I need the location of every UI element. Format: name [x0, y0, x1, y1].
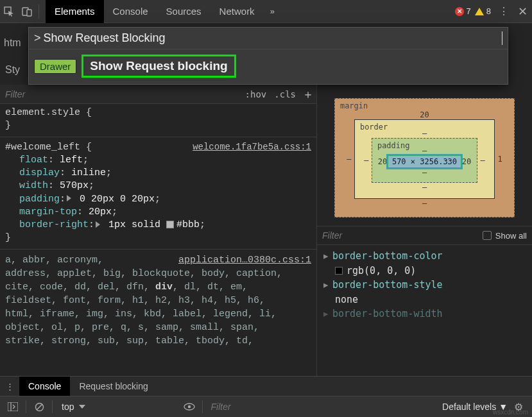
separator	[26, 400, 26, 413]
expand-icon[interactable]: ▸	[323, 307, 329, 321]
styles-filter-input[interactable]	[0, 89, 241, 99]
prop-name: float	[19, 155, 48, 166]
prop-display[interactable]: display: inline;	[5, 167, 311, 180]
tab-elements[interactable]: Elements	[46, 0, 104, 23]
command-result-row[interactable]: Drawer Show Request blocking	[29, 49, 508, 84]
user-agent-rule[interactable]: application…0380c.css:1 a, abbr, acronym…	[5, 253, 311, 348]
warning-count: 8	[486, 6, 491, 16]
ua-source-link[interactable]: application…0380c.css:1	[178, 253, 311, 267]
computed-row[interactable]: ▸ border-bottom-width	[323, 307, 526, 321]
box-content-size[interactable]: 570 × 3256.330	[388, 155, 461, 168]
new-style-rule-icon[interactable]: ＋	[300, 87, 316, 102]
border-right-val[interactable]: –	[477, 156, 488, 165]
box-model-diagram[interactable]: margin 20 – border – – padding –	[317, 85, 532, 226]
drawer-menu-icon[interactable]: ⋮	[0, 382, 19, 391]
styles-filter-bar: :hov .cls ＋	[0, 85, 316, 104]
padding-right-val[interactable]: 20	[461, 157, 472, 166]
prop-name: margin-top	[19, 207, 77, 217]
hov-toggle[interactable]: :hov	[241, 88, 271, 101]
main-split: :hov .cls ＋ element.style { } welcome.1f…	[0, 85, 532, 376]
warning-count-badge[interactable]: 8	[475, 6, 491, 16]
drawer-tab-console[interactable]: Console	[19, 377, 70, 396]
margin-bottom-val[interactable]: –	[344, 199, 505, 208]
live-expression-icon[interactable]	[180, 398, 198, 415]
margin-left-val[interactable]: –	[344, 155, 354, 164]
separator	[52, 400, 53, 413]
settings-kebab-icon[interactable]: ⋮	[495, 5, 513, 17]
expand-icon[interactable]: ▸	[323, 278, 329, 293]
prop-padding[interactable]: padding: 0 20px 0 20px;	[5, 193, 311, 206]
computed-prop-name: border-bottom-width	[332, 307, 443, 321]
drawer-tab-request-blocking[interactable]: Request blocking	[70, 377, 157, 396]
brace-close: }	[5, 120, 11, 131]
context-selector[interactable]: top	[56, 402, 88, 412]
command-input[interactable]	[44, 31, 502, 45]
styles-pane: :hov .cls ＋ element.style { } welcome.1f…	[0, 85, 317, 376]
styles-content[interactable]: element.style { } welcome.1fa7be5a.css:1…	[0, 104, 316, 376]
show-all-label[interactable]: Show all	[495, 231, 527, 241]
svg-rect-3	[8, 402, 18, 411]
prop-name: display	[19, 167, 60, 178]
margin-top-val[interactable]: 20	[344, 110, 505, 119]
color-swatch-icon[interactable]	[166, 221, 174, 228]
devtools-topbar: Elements Console Sources Network » ✕ 7 8…	[0, 0, 532, 23]
console-filter-input[interactable]	[207, 402, 328, 412]
command-menu: > Drawer Show Request blocking	[28, 27, 508, 85]
padding-bottom-val[interactable]: –	[377, 168, 472, 177]
brace-close: }	[5, 232, 11, 243]
prop-width[interactable]: width: 570px;	[5, 180, 311, 192]
prop-border-right[interactable]: border-right: 1px solid #bbb;	[5, 219, 311, 232]
prop-float[interactable]: float: left;	[5, 154, 311, 167]
computed-row[interactable]: ▸ border-bottom-style	[323, 278, 526, 293]
brace-open: {	[86, 107, 92, 118]
prop-value: left	[60, 155, 83, 166]
tab-network[interactable]: Network	[210, 0, 264, 23]
inspect-icon[interactable]	[0, 0, 18, 23]
computed-filter-input[interactable]	[322, 230, 483, 241]
image-credit: wsxcdn.com	[493, 409, 528, 416]
error-count-badge[interactable]: ✕ 7	[455, 6, 471, 16]
show-all-checkbox[interactable]	[483, 231, 492, 240]
box-margin: margin 20 – border – – padding –	[334, 98, 515, 217]
error-icon: ✕	[455, 7, 464, 16]
prop-value: 570px	[60, 180, 89, 191]
clear-console-icon[interactable]	[30, 398, 48, 415]
tab-sources[interactable]: Sources	[157, 0, 210, 23]
border-left-val[interactable]: –	[361, 156, 372, 165]
computed-prop-value: rgb(0, 0, 0)	[347, 264, 416, 278]
expand-icon[interactable]	[67, 195, 71, 201]
computed-prop-name: border-bottom-style	[332, 278, 443, 293]
styles-tab-label[interactable]: Sty	[5, 64, 20, 76]
cls-toggle[interactable]: .cls	[270, 88, 300, 101]
breadcrumb-html[interactable]: htm	[4, 37, 21, 49]
drawer-tabs: ⋮ Console Request blocking	[0, 377, 532, 396]
error-count: 7	[467, 6, 471, 16]
warning-icon	[475, 8, 484, 15]
prop-margin-top[interactable]: margin-top: 20px;	[5, 206, 311, 219]
prop-name: border-right	[19, 219, 89, 230]
color-swatch-icon[interactable]	[335, 267, 343, 275]
close-devtools-icon[interactable]: ✕	[513, 4, 532, 19]
prop-value: 0 20px 0 20px	[80, 194, 155, 205]
console-sidebar-toggle-icon[interactable]	[4, 398, 22, 415]
margin-right-val[interactable]: 1	[495, 155, 505, 164]
computed-list[interactable]: ▸ border-bottom-color rgb(0, 0, 0) ▸ bor…	[317, 245, 532, 325]
chevron-down-icon	[79, 405, 85, 409]
computed-row[interactable]: ▸ border-bottom-color	[323, 249, 526, 264]
tab-console[interactable]: Console	[104, 0, 157, 23]
expand-icon[interactable]: ▸	[323, 249, 329, 264]
element-style-rule[interactable]: element.style { }	[5, 106, 311, 133]
expand-icon[interactable]	[96, 221, 100, 228]
prop-value: 20px	[89, 207, 112, 217]
welcome-left-rule[interactable]: welcome.1fa7be5a.css:1 #welcome_left { f…	[5, 141, 311, 245]
device-toggle-icon[interactable]	[18, 0, 36, 23]
rule-source-link[interactable]: welcome.1fa7be5a.css:1	[193, 141, 311, 153]
context-value: top	[62, 402, 74, 412]
padding-left-val[interactable]: 20	[377, 157, 388, 166]
separator	[39, 4, 39, 19]
more-tabs-icon[interactable]: »	[264, 6, 281, 16]
computed-prop-name: border-bottom-color	[332, 249, 443, 264]
svg-line-6	[37, 404, 42, 410]
computed-filter-bar: Show all	[317, 226, 532, 245]
border-bottom-val[interactable]: –	[361, 183, 488, 192]
